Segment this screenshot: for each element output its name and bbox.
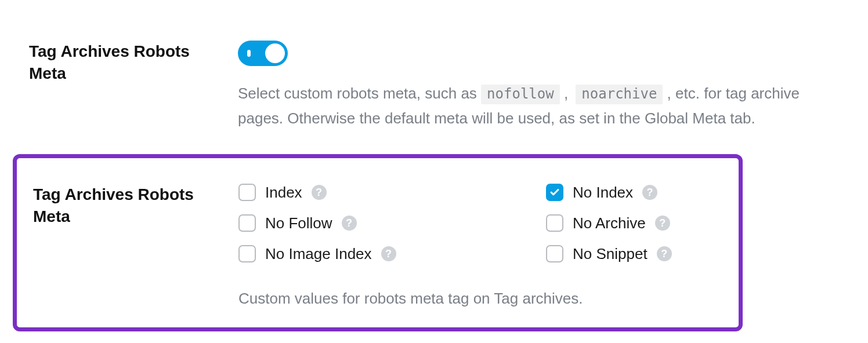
code-chip-noarchive: noarchive <box>576 85 663 104</box>
checkbox-label: No Index <box>573 184 633 202</box>
checkbox-label: No Snippet <box>573 245 648 263</box>
help-icon[interactable]: ? <box>312 185 327 200</box>
toggle-knob-icon <box>265 43 285 63</box>
checkbox-grid: Index ? No Index ? No Follow ? <box>238 184 722 263</box>
checkbox-item-index: Index ? <box>238 184 546 202</box>
checkbox-label: Index <box>265 184 302 202</box>
checkbox-no-snippet[interactable] <box>546 245 563 262</box>
checkbox-label: No Image Index <box>265 245 372 263</box>
desc-text: , <box>560 85 573 102</box>
desc-text: Select custom robots meta, such as <box>238 85 481 102</box>
robots-meta-options-section: Tag Archives Robots Meta Index ? No Inde… <box>17 158 739 327</box>
checkbox-index[interactable] <box>238 184 256 201</box>
help-icon[interactable]: ? <box>342 216 357 231</box>
help-icon[interactable]: ? <box>655 216 670 231</box>
checkbox-item-no-index: No Index ? <box>546 184 722 202</box>
robots-meta-toggle[interactable] <box>238 41 288 66</box>
checkbox-label: No Archive <box>573 214 646 232</box>
checkbox-label: No Follow <box>265 214 332 232</box>
section-label: Tag Archives Robots Meta <box>33 184 238 228</box>
checkbox-no-index[interactable] <box>546 184 563 201</box>
section-content: Index ? No Index ? No Follow ? <box>238 184 722 308</box>
toggle-indicator-icon <box>247 50 251 57</box>
checkbox-item-no-follow: No Follow ? <box>238 214 546 232</box>
help-icon[interactable]: ? <box>657 246 672 261</box>
robots-meta-toggle-section: Tag Archives Robots Meta Select custom r… <box>0 0 868 154</box>
checkbox-item-no-snippet: No Snippet ? <box>546 245 722 263</box>
checkbox-item-no-archive: No Archive ? <box>546 214 722 232</box>
checkbox-no-archive[interactable] <box>546 214 563 232</box>
checkbox-no-follow[interactable] <box>238 214 256 232</box>
section-description: Select custom robots meta, such as nofol… <box>238 81 818 131</box>
help-icon[interactable]: ? <box>381 246 396 261</box>
section-content: Select custom robots meta, such as nofol… <box>238 41 839 131</box>
check-icon <box>549 187 560 198</box>
help-icon[interactable]: ? <box>642 185 657 200</box>
code-chip-nofollow: nofollow <box>481 85 560 104</box>
checkbox-item-no-image-index: No Image Index ? <box>238 245 546 263</box>
section-footer-description: Custom values for robots meta tag on Tag… <box>238 290 722 308</box>
section-label: Tag Archives Robots Meta <box>29 41 238 85</box>
checkbox-no-image-index[interactable] <box>238 245 256 262</box>
robots-meta-options-panel: Tag Archives Robots Meta Index ? No Inde… <box>13 154 743 331</box>
